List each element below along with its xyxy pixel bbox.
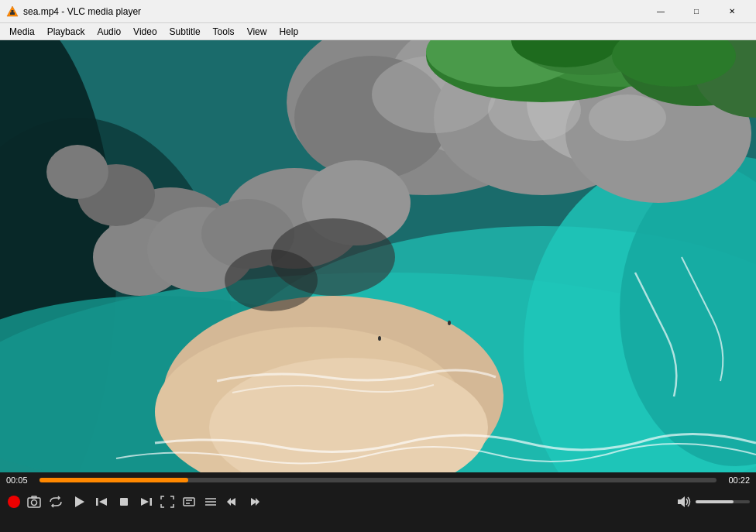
svg-point-22 bbox=[589, 94, 666, 141]
volume-fill bbox=[696, 500, 734, 503]
svg-rect-49 bbox=[120, 498, 128, 506]
record-button[interactable] bbox=[8, 496, 20, 508]
vlc-icon bbox=[6, 5, 19, 18]
svg-rect-47 bbox=[96, 498, 98, 506]
svg-marker-59 bbox=[227, 498, 231, 506]
svg-rect-2 bbox=[12, 10, 14, 13]
svg-marker-62 bbox=[678, 496, 685, 507]
prev-button[interactable] bbox=[93, 493, 112, 511]
playlist-button[interactable] bbox=[201, 493, 220, 511]
menu-subtitle[interactable]: Subtitle bbox=[163, 23, 207, 40]
fullscreen-button[interactable] bbox=[158, 493, 177, 511]
svg-point-44 bbox=[32, 500, 37, 506]
svg-rect-50 bbox=[150, 498, 153, 506]
close-button[interactable]: ✕ bbox=[714, 0, 750, 23]
svg-marker-61 bbox=[256, 498, 259, 506]
frame-prev-button[interactable] bbox=[223, 493, 242, 511]
svg-marker-48 bbox=[99, 498, 107, 506]
svg-point-32 bbox=[225, 249, 318, 311]
maximize-button[interactable]: □ bbox=[679, 0, 714, 23]
progress-area: 00:05 00:22 bbox=[0, 472, 756, 488]
menu-view[interactable]: View bbox=[241, 23, 273, 40]
loop-button[interactable] bbox=[46, 493, 65, 511]
time-current: 00:05 bbox=[6, 475, 33, 485]
time-total: 00:22 bbox=[723, 475, 750, 485]
video-area bbox=[0, 40, 756, 472]
progress-fill bbox=[40, 478, 188, 482]
window-title: sea.mp4 - VLC media player bbox=[23, 6, 643, 17]
volume-slider[interactable] bbox=[696, 500, 750, 503]
menu-audio[interactable]: Audio bbox=[91, 23, 127, 40]
snapshot-button[interactable] bbox=[25, 493, 43, 511]
volume-button[interactable] bbox=[675, 493, 692, 510]
next-button[interactable] bbox=[136, 493, 155, 511]
menu-media[interactable]: Media bbox=[3, 23, 41, 40]
title-bar: sea.mp4 - VLC media player — □ ✕ bbox=[0, 0, 756, 23]
svg-marker-51 bbox=[141, 498, 149, 506]
svg-point-41 bbox=[378, 336, 381, 341]
svg-rect-52 bbox=[184, 498, 194, 506]
menu-tools[interactable]: Tools bbox=[207, 23, 241, 40]
controls-row bbox=[6, 491, 750, 513]
svg-point-27 bbox=[46, 145, 108, 199]
stop-button[interactable] bbox=[115, 493, 133, 511]
window-controls: — □ ✕ bbox=[643, 0, 750, 23]
extended-button[interactable] bbox=[180, 493, 198, 511]
svg-marker-46 bbox=[75, 496, 84, 507]
menu-help[interactable]: Help bbox=[273, 23, 304, 40]
minimize-button[interactable]: — bbox=[643, 0, 679, 23]
controls-area bbox=[0, 488, 756, 528]
menu-playback[interactable]: Playback bbox=[41, 23, 91, 40]
frame-next-button[interactable] bbox=[245, 493, 263, 511]
play-button[interactable] bbox=[68, 491, 90, 513]
progress-track[interactable] bbox=[40, 478, 716, 482]
svg-point-42 bbox=[448, 321, 451, 325]
svg-rect-45 bbox=[32, 496, 36, 498]
menu-video[interactable]: Video bbox=[127, 23, 163, 40]
menu-bar: Media Playback Audio Video Subtitle Tool… bbox=[0, 23, 756, 40]
volume-area bbox=[675, 493, 750, 510]
